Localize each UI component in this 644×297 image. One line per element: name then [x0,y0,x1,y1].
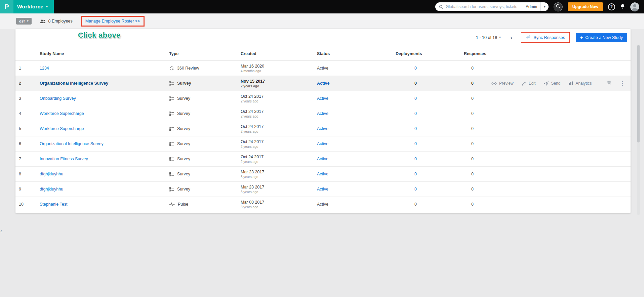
project-name: dsf [19,19,25,23]
user-avatar[interactable] [630,2,639,11]
preview-button[interactable]: Preview [491,81,514,86]
table-row[interactable]: 6 Organizational Intelligence Survey Sur… [15,136,631,152]
study-name-link[interactable]: dfghjkluyhhu [40,187,63,192]
search-button[interactable] [554,2,563,11]
eye-icon [491,82,497,85]
responses-count: 0 [464,81,474,86]
studies-toolbar: 1 - 10 of 18 ▾ › Sync Responses + Create… [476,32,627,43]
study-type-label: Survey [177,81,191,86]
analytics-button[interactable]: Analytics [569,81,592,86]
study-name-link[interactable]: Onboarding Survey [40,96,76,101]
header-deployments: Deployments [396,51,464,56]
sync-responses-button[interactable]: Sync Responses [522,33,569,42]
study-name-link[interactable]: Organizational Intelligence Survey [40,81,108,86]
row-number: 10 [15,202,40,207]
sync-icon [526,35,531,40]
survey-icon [169,187,174,192]
study-type-label: Survey [177,141,190,146]
survey-icon [169,157,174,161]
bell-icon [620,4,625,10]
scrollbar-thumb[interactable] [637,45,640,142]
deployments-count[interactable]: 0 [396,66,417,71]
table-row[interactable]: 3 Onboarding Survey Survey Oct 24 2017 2… [15,91,631,106]
bar-chart-icon [569,81,573,85]
table-row[interactable]: 1 1234 360 Review Mar 16 2020 4 months a… [15,61,631,76]
workforce-logo-icon: P [0,0,13,13]
collapse-panel-button[interactable]: ‹ [0,228,2,234]
created-date: Nov 15 2017 [241,79,315,84]
responses-count: 0 [464,157,474,161]
study-name-link[interactable]: Innovation Fitness Survey [40,157,88,161]
deployments-count[interactable]: 0 [396,111,417,116]
scrollbar[interactable] [637,45,640,215]
studies-table: Study Name Type Created Status Deploymen… [15,47,631,212]
header-status: Status [317,51,396,56]
created-ago: 4 months ago [241,69,315,73]
avatar-icon [630,2,639,11]
next-page-button[interactable]: › [510,34,512,41]
send-button[interactable]: Send [544,81,560,86]
deployments-count[interactable]: 0 [396,141,417,146]
edit-button[interactable]: Edit [522,81,536,86]
responses-count: 0 [464,111,474,116]
upgrade-button[interactable]: Upgrade Now [568,2,603,11]
topbar-right-group: Admin ▾ Upgrade Now ? [435,2,644,11]
created-ago: 2 years ago [241,84,315,88]
search-scope-dropdown[interactable]: ▾ [540,2,549,11]
study-name-link[interactable]: dfghjkluyhhu [40,172,63,176]
deployments-count[interactable]: 0 [396,126,417,131]
employee-count: 8 Employees [40,19,73,24]
deployments-count[interactable]: 0 [396,157,417,161]
study-name-link[interactable]: Workforce Supercharge [40,111,84,116]
study-type-label: 360 Review [177,66,199,71]
survey-icon [169,127,174,131]
study-name-link[interactable]: Organizational Intelligence Survey [40,141,104,146]
people-icon [40,19,46,24]
study-name-link[interactable]: Stephanie Test [40,202,67,207]
study-name-link[interactable]: 1234 [40,66,49,71]
deployments-count[interactable]: 0 [396,187,417,192]
click-above-annotation: Click above [78,31,121,40]
responses-count: 0 [464,126,474,131]
logo-glyph: P [4,3,9,11]
workforce-menu[interactable]: P Workforce ▾ [0,0,54,13]
table-row[interactable]: 5 Workforce Supercharge Survey Oct 24 20… [15,121,631,136]
delete-button[interactable] [607,81,611,86]
global-search-input[interactable] [446,4,522,9]
manage-roster-link[interactable]: Manage Employee Roster >> [85,19,140,24]
created-date: Mar 23 2017 [241,185,315,189]
chevron-down-icon: ▾ [544,5,546,8]
status-text: Active [317,81,330,86]
table-row[interactable]: 4 Workforce Supercharge Survey Oct 24 20… [15,106,631,121]
created-date: Mar 16 2020 [241,64,315,69]
help-button[interactable]: ? [608,3,615,10]
row-number: 1 [15,66,40,71]
table-row[interactable]: 8 dfghjkluyhhu Survey Mar 23 2017 3 year… [15,167,631,182]
search-scope-label: Admin [522,4,540,9]
project-selector[interactable]: dsf ▾ [16,18,32,25]
header-study-name: Study Name [40,51,169,56]
deployments-count[interactable]: 0 [396,96,417,101]
row-menu-button[interactable]: ⋮ [619,80,625,87]
survey-icon [169,112,174,116]
study-name-link[interactable]: Workforce Supercharge [40,126,84,131]
create-study-button[interactable]: + Create a New Study [576,33,627,42]
table-row[interactable]: 2 Organizational Intelligence Survey Sur… [15,76,631,91]
deployments-count[interactable]: 0 [396,202,417,207]
notifications-button[interactable] [620,4,625,10]
table-row[interactable]: 7 Innovation Fitness Survey Survey Oct 2… [15,152,631,167]
created-date: Oct 24 2017 [241,155,315,159]
table-row[interactable]: 10 Stephanie Test Pulse Mar 08 2017 3 ye… [15,197,631,212]
table-row[interactable]: 9 dfghjkluyhhu Survey Mar 23 2017 3 year… [15,182,631,197]
deployments-count[interactable]: 0 [396,172,417,176]
pagination-label: 1 - 10 of 18 [476,35,497,40]
kebab-menu-icon: ⋮ [619,80,625,87]
employee-count-label: 8 Employees [48,19,73,24]
studies-panel: Click above 1 - 10 of 18 ▾ › Sync Respon… [15,29,631,213]
deployments-count[interactable]: 0 [396,81,417,86]
search-icon [556,4,560,9]
study-type-label: Survey [177,187,190,192]
send-icon [544,81,549,86]
brand-title: Workforce [17,4,43,10]
pagination-control[interactable]: 1 - 10 of 18 ▾ [476,35,501,40]
